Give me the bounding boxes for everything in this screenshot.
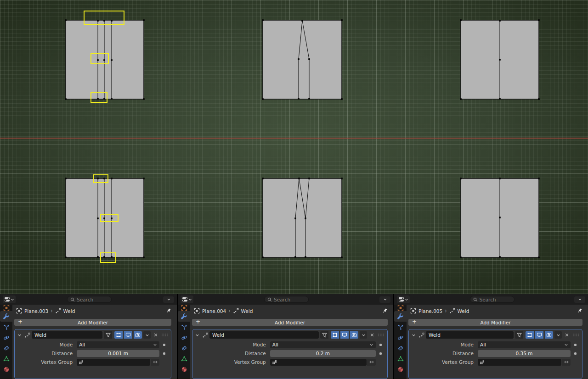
modifier-name-field[interactable]: Weld (209, 331, 319, 339)
mode-dropdown[interactable]: All (77, 341, 159, 348)
tab-object-properties[interactable] (178, 305, 190, 311)
vertex-dot[interactable] (97, 256, 99, 258)
vertex-group-field[interactable] (478, 359, 561, 366)
distance-field[interactable]: 0.35 m (478, 350, 571, 357)
vertex-dot[interactable] (103, 217, 105, 219)
tab-object-data-properties[interactable] (178, 353, 190, 364)
on-cage-toggle[interactable] (104, 331, 112, 339)
pin-icon[interactable] (382, 308, 388, 314)
add-modifier-button[interactable]: + Add Modifier (192, 319, 388, 326)
modifier-drag-handle[interactable] (377, 333, 384, 337)
edit-mode-toggle[interactable] (526, 331, 534, 339)
modifier-drag-handle[interactable] (161, 333, 168, 337)
vertex-dot[interactable] (298, 98, 300, 100)
vertex-dot[interactable] (298, 178, 300, 179)
modifier-name-field[interactable]: Weld (426, 331, 514, 339)
vertex-dot[interactable] (460, 178, 462, 179)
vertex-dot[interactable] (143, 178, 145, 179)
vertex-dot[interactable] (341, 19, 343, 21)
animate-property-dot[interactable] (379, 344, 382, 346)
vertex-dot[interactable] (65, 19, 67, 21)
vertex-dot[interactable] (97, 217, 99, 219)
tab-modifier-properties[interactable] (178, 311, 190, 322)
vertex-dot[interactable] (538, 98, 540, 100)
modifier-close-button[interactable] (368, 331, 376, 339)
vertex-dot[interactable] (97, 59, 99, 61)
vertex-dot[interactable] (301, 20, 303, 22)
edit-mode-toggle[interactable] (331, 331, 339, 339)
tab-object-properties[interactable] (0, 305, 12, 311)
vertex-dot[interactable] (65, 256, 67, 258)
vertex-dot[interactable] (538, 178, 540, 179)
vertex-dot[interactable] (460, 256, 462, 258)
tab-physics-properties[interactable] (178, 332, 190, 343)
search-input[interactable]: Search (67, 296, 112, 303)
editor-type-button[interactable] (181, 295, 193, 303)
tab-material-properties[interactable] (394, 364, 407, 374)
vertex-dot[interactable] (103, 178, 105, 179)
distance-field[interactable]: 0.001 m (77, 350, 159, 357)
expand-chevron-icon[interactable] (194, 333, 200, 337)
modifier-drag-handle[interactable] (572, 333, 579, 337)
mesh-object-plane-003-source[interactable] (65, 175, 145, 262)
vertex-dot[interactable] (143, 256, 145, 258)
vertex-dot[interactable] (262, 19, 264, 21)
vertex-dot[interactable] (341, 256, 343, 258)
vertex-dot[interactable] (499, 59, 501, 61)
animate-property-dot[interactable] (574, 352, 577, 355)
pin-icon[interactable] (577, 308, 582, 314)
modifier-close-button[interactable] (152, 331, 159, 339)
header-options-button[interactable] (163, 296, 174, 303)
vertex-dot[interactable] (111, 20, 113, 22)
vertex-dot[interactable] (294, 217, 296, 219)
expand-chevron-icon[interactable] (410, 333, 417, 337)
show-render-toggle[interactable] (134, 331, 142, 339)
tab-object-data-properties[interactable] (0, 353, 12, 364)
tab-material-properties[interactable] (0, 364, 12, 374)
add-modifier-button[interactable]: + Add Modifier (408, 319, 582, 326)
tab-constraint-properties[interactable] (178, 343, 190, 353)
tab-particle-properties[interactable] (394, 322, 407, 332)
vertex-dot[interactable] (308, 58, 310, 60)
on-cage-toggle[interactable] (515, 331, 523, 339)
editor-type-button[interactable] (3, 295, 16, 303)
vertex-dot[interactable] (460, 98, 462, 100)
tab-constraint-properties[interactable] (394, 343, 407, 353)
show-viewport-toggle[interactable] (535, 331, 543, 339)
vertex-dot[interactable] (262, 178, 264, 179)
vertex-dot[interactable] (341, 98, 343, 100)
tab-object-data-properties[interactable] (394, 353, 407, 364)
vertex-dot[interactable] (499, 178, 501, 179)
breadcrumb-object-name[interactable]: Plane.004 (202, 308, 226, 314)
breadcrumb-modifier-name[interactable]: Weld (63, 308, 75, 314)
vertex-group-field[interactable] (77, 359, 150, 366)
vertex-dot[interactable] (308, 98, 310, 100)
animate-property-dot[interactable] (379, 352, 382, 355)
vertex-dot[interactable] (111, 256, 113, 258)
vertex-dot[interactable] (97, 20, 99, 22)
show-render-toggle[interactable] (545, 331, 553, 339)
modifier-extras-button[interactable] (554, 331, 562, 339)
vertex-dot[interactable] (538, 19, 540, 21)
vertex-group-field[interactable] (270, 359, 367, 366)
vertex-dot[interactable] (262, 256, 264, 258)
breadcrumb-modifier-name[interactable]: Weld (458, 308, 469, 314)
vertex-dot[interactable] (143, 98, 145, 100)
show-viewport-toggle[interactable] (340, 331, 349, 339)
add-modifier-button[interactable]: + Add Modifier (14, 319, 171, 326)
animate-property-dot[interactable] (574, 344, 577, 346)
vertex-dot[interactable] (97, 178, 99, 179)
vertex-group-invert-button[interactable] (151, 359, 159, 366)
show-render-toggle[interactable] (350, 331, 358, 339)
tab-constraint-properties[interactable] (0, 343, 12, 353)
edit-mode-toggle[interactable] (114, 331, 123, 339)
animate-property-dot[interactable] (163, 352, 165, 355)
mesh-object-plane-005-result[interactable] (460, 19, 540, 100)
tab-particle-properties[interactable] (0, 322, 12, 332)
vertex-dot[interactable] (111, 217, 113, 219)
vertex-dot[interactable] (103, 20, 105, 22)
tab-object-properties[interactable] (394, 305, 407, 311)
tab-modifier-properties[interactable] (0, 311, 12, 322)
mesh-object-plane-004-result[interactable] (262, 19, 343, 100)
vertex-dot[interactable] (499, 20, 501, 22)
